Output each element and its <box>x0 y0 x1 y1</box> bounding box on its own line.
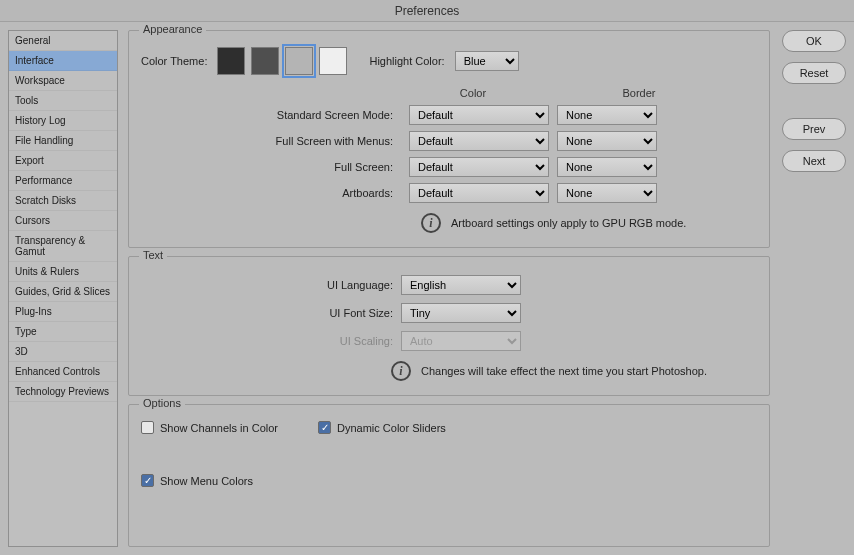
options-legend: Options <box>139 397 185 409</box>
sidebar-item-technology-previews[interactable]: Technology Previews <box>9 382 117 402</box>
ui-font-size-row: UI Font Size: Tiny <box>141 303 757 323</box>
color-theme-swatches <box>217 47 347 75</box>
screen-mode-color-select[interactable]: Default <box>409 105 549 125</box>
sidebar-item-type[interactable]: Type <box>9 322 117 342</box>
ui-scaling-select: Auto <box>401 331 521 351</box>
content-area: GeneralInterfaceWorkspaceToolsHistory Lo… <box>0 22 854 555</box>
text-fieldset: Text UI Language: English UI Font Size: … <box>128 256 770 396</box>
screen-mode-row-3: Artboards:DefaultNone <box>141 183 757 203</box>
mode-headers: Color Border <box>423 87 757 99</box>
color-theme-label: Color Theme: <box>141 55 207 67</box>
screen-mode-color-select[interactable]: Default <box>409 183 549 203</box>
screen-mode-label: Standard Screen Mode: <box>141 109 401 121</box>
option-label: Show Channels in Color <box>160 422 278 434</box>
screen-mode-label: Full Screen with Menus: <box>141 135 401 147</box>
screen-mode-border-select[interactable]: None <box>557 105 657 125</box>
screen-mode-border-select[interactable]: None <box>557 157 657 177</box>
main-area: Appearance Color Theme: Highlight Color:… <box>128 30 846 547</box>
sidebar-item-3d[interactable]: 3D <box>9 342 117 362</box>
ok-button[interactable]: OK <box>782 30 846 52</box>
appearance-legend: Appearance <box>139 23 206 35</box>
color-theme-swatch-0[interactable] <box>217 47 245 75</box>
checkbox-icon[interactable] <box>141 421 154 434</box>
checkbox-icon[interactable] <box>141 474 154 487</box>
screen-mode-color-select[interactable]: Default <box>409 157 549 177</box>
screen-mode-border-select[interactable]: None <box>557 183 657 203</box>
reset-button[interactable]: Reset <box>782 62 846 84</box>
header-color: Color <box>423 87 523 99</box>
sidebar-item-export[interactable]: Export <box>9 151 117 171</box>
dialog-buttons: OK Reset Prev Next <box>782 30 846 547</box>
screen-mode-color-select[interactable]: Default <box>409 131 549 151</box>
sidebar-item-cursors[interactable]: Cursors <box>9 211 117 231</box>
sidebar-item-plug-ins[interactable]: Plug-Ins <box>9 302 117 322</box>
screen-mode-row-1: Full Screen with Menus:DefaultNone <box>141 131 757 151</box>
window-title: Preferences <box>0 0 854 22</box>
screen-mode-row-0: Standard Screen Mode:DefaultNone <box>141 105 757 125</box>
sidebar-item-enhanced-controls[interactable]: Enhanced Controls <box>9 362 117 382</box>
ui-language-row: UI Language: English <box>141 275 757 295</box>
sidebar-item-scratch-disks[interactable]: Scratch Disks <box>9 191 117 211</box>
info-icon: i <box>391 361 411 381</box>
appearance-fieldset: Appearance Color Theme: Highlight Color:… <box>128 30 770 248</box>
sidebar-item-tools[interactable]: Tools <box>9 91 117 111</box>
header-border: Border <box>589 87 689 99</box>
screen-mode-label: Full Screen: <box>141 161 401 173</box>
info-icon: i <box>421 213 441 233</box>
highlight-color-label: Highlight Color: <box>369 55 444 67</box>
text-legend: Text <box>139 249 167 261</box>
ui-language-select[interactable]: English <box>401 275 521 295</box>
sidebar-item-file-handling[interactable]: File Handling <box>9 131 117 151</box>
text-info-text: Changes will take effect the next time y… <box>421 365 707 377</box>
category-sidebar: GeneralInterfaceWorkspaceToolsHistory Lo… <box>8 30 118 547</box>
sidebar-item-units-rulers[interactable]: Units & Rulers <box>9 262 117 282</box>
option-show-menu-colors[interactable]: Show Menu Colors <box>141 474 757 487</box>
checkbox-icon[interactable] <box>318 421 331 434</box>
option-label: Dynamic Color Sliders <box>337 422 446 434</box>
color-theme-swatch-1[interactable] <box>251 47 279 75</box>
sidebar-item-general[interactable]: General <box>9 31 117 51</box>
screen-mode-label: Artboards: <box>141 187 401 199</box>
ui-font-size-select[interactable]: Tiny <box>401 303 521 323</box>
prev-button[interactable]: Prev <box>782 118 846 140</box>
color-theme-swatch-3[interactable] <box>319 47 347 75</box>
options-fieldset: Options Show Channels in ColorDynamic Co… <box>128 404 770 547</box>
panels-column: Appearance Color Theme: Highlight Color:… <box>128 30 770 547</box>
sidebar-item-transparency-gamut[interactable]: Transparency & Gamut <box>9 231 117 262</box>
appearance-info-row: i Artboard settings only apply to GPU RG… <box>421 213 757 233</box>
text-info-row: i Changes will take effect the next time… <box>391 361 757 381</box>
screen-mode-border-select[interactable]: None <box>557 131 657 151</box>
option-label: Show Menu Colors <box>160 475 253 487</box>
appearance-info-text: Artboard settings only apply to GPU RGB … <box>451 217 686 229</box>
option-show-channels-in-color[interactable]: Show Channels in Color <box>141 421 278 434</box>
ui-scaling-label: UI Scaling: <box>141 335 401 347</box>
screen-mode-row-2: Full Screen:DefaultNone <box>141 157 757 177</box>
highlight-color-select[interactable]: Blue <box>455 51 519 71</box>
option-dynamic-color-sliders[interactable]: Dynamic Color Sliders <box>318 421 446 434</box>
sidebar-item-guides-grid-slices[interactable]: Guides, Grid & Slices <box>9 282 117 302</box>
color-theme-row: Color Theme: Highlight Color: Blue <box>141 47 757 75</box>
color-theme-swatch-2[interactable] <box>285 47 313 75</box>
ui-language-label: UI Language: <box>141 279 401 291</box>
sidebar-item-history-log[interactable]: History Log <box>9 111 117 131</box>
next-button[interactable]: Next <box>782 150 846 172</box>
ui-font-size-label: UI Font Size: <box>141 307 401 319</box>
sidebar-item-workspace[interactable]: Workspace <box>9 71 117 91</box>
sidebar-item-performance[interactable]: Performance <box>9 171 117 191</box>
sidebar-item-interface[interactable]: Interface <box>9 51 117 71</box>
ui-scaling-row: UI Scaling: Auto <box>141 331 757 351</box>
